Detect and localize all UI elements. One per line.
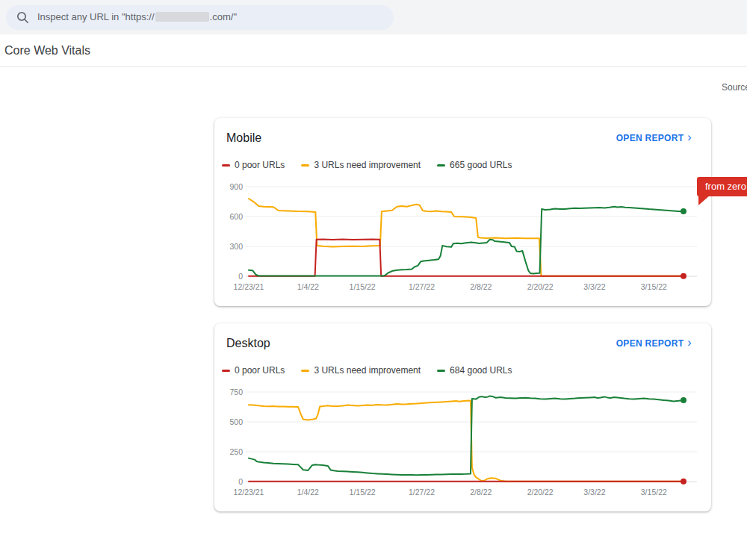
y-tick-label: 500 [229,417,243,426]
chevron-right-icon: › [687,134,692,141]
open-report-link-mobile[interactable]: OPEN REPORT › [616,133,692,143]
page-header: Core Web Vitals [0,34,747,67]
y-tick-label: 900 [229,182,243,191]
x-tick-label: 3/3/22 [583,488,605,497]
desktop-card-header: Desktop OPEN REPORT › [214,337,711,350]
chevron-right-icon: › [687,339,692,346]
legend-label-poor: 0 poor URLs [235,365,285,376]
poor-end-dot [681,479,686,485]
legend-dash-good [437,164,445,167]
legend-item-good: 665 good URLs [437,160,512,170]
legend-desktop: 0 poor URLs 3 URLs need improvement 684 … [222,365,711,376]
legend-dash-needs-improvement [301,164,309,167]
legend-label-good: 684 good URLs [450,365,512,376]
topbar: Inspect any URL in "https://.com/" [0,0,747,34]
content-area: Mobile OPEN REPORT › 0 poor URLs 3 URLs … [0,67,747,511]
x-tick-label: 1/15/22 [350,488,376,497]
legend-label-good: 665 good URLs [450,160,512,170]
x-tick-label: 1/4/22 [297,488,319,497]
legend-item-good: 684 good URLs [437,365,512,376]
x-tick-label: 2/20/22 [527,488,554,497]
x-tick-label: 12/23/21 [234,282,264,291]
from-zero-tooltip-text: from zero [705,181,746,192]
search-placeholder-prefix: Inspect any URL in "https:// [37,11,155,22]
open-report-link-desktop[interactable]: OPEN REPORT › [616,338,692,349]
legend-item-needs-improvement: 3 URLs need improvement [301,160,421,170]
from-zero-tooltip: from zero [697,177,747,196]
legend-dash-poor [222,164,230,167]
x-tick-label: 3/15/22 [641,488,667,497]
search-placeholder: Inspect any URL in "https://.com/" [37,11,237,23]
x-tick-label: 3/15/22 [641,282,667,291]
x-tick-label: 2/20/22 [527,282,554,291]
y-tick-label: 0 [238,477,243,486]
url-inspect-searchbox[interactable]: Inspect any URL in "https://.com/" [6,5,394,30]
legend-dash-needs-improvement [301,370,309,372]
good-line [249,396,684,475]
x-tick-label: 2/8/22 [470,282,492,291]
page-title: Core Web Vitals [4,44,90,57]
search-placeholder-suffix: .com/" [210,11,237,22]
y-tick-label: 750 [229,388,243,396]
mobile-chart[interactable]: 030060090012/23/211/4/221/15/221/27/222/… [219,178,704,297]
legend-label-poor: 0 poor URLs [235,160,285,170]
poor-line [249,239,684,276]
legend-item-needs-improvement: 3 URLs need improvement [301,365,421,376]
search-icon [16,11,29,24]
y-tick-label: 250 [229,447,243,456]
mobile-card-header: Mobile OPEN REPORT › [214,131,711,145]
desktop-chart[interactable]: 025050075012/23/211/4/221/15/221/27/222/… [219,383,704,503]
legend-item-poor: 0 poor URLs [222,160,285,170]
good-end-dot [681,208,686,214]
poor-end-dot [681,273,686,279]
needs-improvement-line [249,401,684,482]
redacted-domain [155,12,209,22]
source-note: Source [722,82,747,93]
legend-label-needs-improvement: 3 URLs need improvement [314,160,421,170]
good-end-dot [681,397,686,403]
y-tick-label: 0 [238,272,243,281]
x-tick-label: 12/23/21 [234,488,264,497]
x-tick-label: 1/15/22 [350,282,376,291]
desktop-card: Desktop OPEN REPORT › 0 poor URLs 3 URLs… [214,323,711,511]
legend-label-needs-improvement: 3 URLs need improvement [314,365,421,376]
card-title-desktop: Desktop [226,337,270,350]
legend-dash-poor [222,370,230,372]
tooltip-tail [698,195,710,205]
y-tick-label: 300 [229,242,243,251]
legend-mobile: 0 poor URLs 3 URLs need improvement 665 … [222,160,711,170]
x-tick-label: 3/3/22 [583,282,605,291]
x-tick-label: 2/8/22 [470,488,492,497]
legend-item-poor: 0 poor URLs [222,365,285,376]
x-tick-label: 1/27/22 [409,282,435,291]
y-tick-label: 600 [229,212,243,221]
mobile-card: Mobile OPEN REPORT › 0 poor URLs 3 URLs … [214,118,711,306]
card-title-mobile: Mobile [226,131,261,145]
x-tick-label: 1/4/22 [297,282,319,291]
needs-improvement-line [249,199,684,276]
x-tick-label: 1/27/22 [409,488,435,497]
legend-dash-good [437,370,445,372]
open-report-label: OPEN REPORT [616,133,684,143]
open-report-label: OPEN REPORT [616,338,684,349]
